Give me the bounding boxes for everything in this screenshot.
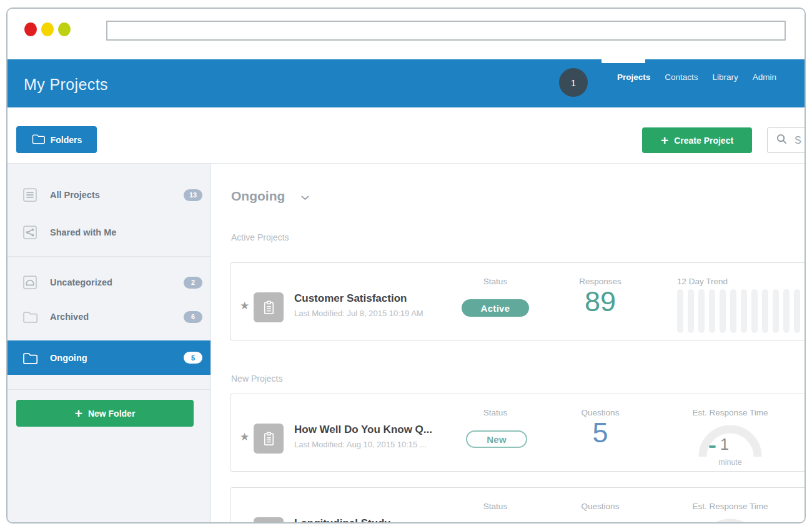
nav-admin[interactable]: Admin <box>753 72 776 82</box>
status-badge: New <box>466 430 527 448</box>
sidebar-item-shared-with-me[interactable]: Shared with Me <box>7 220 210 245</box>
count-badge: 6 <box>184 311 202 323</box>
project-last-modified: Last Modified: Jul 8, 2015 10:19 AM <box>294 309 423 318</box>
response-time-gauge <box>693 417 768 460</box>
trend-column-label: 12 Day Trend <box>677 277 728 286</box>
window-minimize-button[interactable] <box>41 22 54 36</box>
project-title[interactable]: Longitudinal Study <box>294 517 390 524</box>
response-time-column-label: Est. Response Time <box>690 408 771 417</box>
sidebar-divider <box>7 256 210 257</box>
share-icon <box>21 223 39 242</box>
count-badge: 13 <box>184 189 202 201</box>
count-badge: 5 <box>184 352 202 364</box>
sidebar-item-uncategorized[interactable]: Uncategorized 2 <box>7 270 210 295</box>
chevron-down-icon <box>301 189 309 204</box>
browser-chrome <box>7 9 805 59</box>
folder-icon <box>31 133 45 146</box>
new-folder-button[interactable]: + New Folder <box>16 400 194 427</box>
favorite-star-icon[interactable]: ★ <box>240 432 249 442</box>
questions-column-label: Questions <box>569 502 631 511</box>
search-input[interactable]: S <box>767 127 806 153</box>
active-tab-indicator <box>602 59 645 63</box>
plus-icon: + <box>75 408 82 419</box>
favorite-star-icon[interactable]: ★ <box>240 300 249 311</box>
url-bar[interactable] <box>106 21 786 41</box>
folder-icon <box>21 307 39 326</box>
sidebar-item-label: Shared with Me <box>50 227 116 237</box>
gauge-tick <box>709 445 716 448</box>
folder-filter-dropdown[interactable]: Ongoing <box>231 189 309 204</box>
plus-icon: + <box>661 135 668 146</box>
create-project-button[interactable]: + Create Project <box>642 127 752 153</box>
response-time-gauge <box>693 510 768 524</box>
survey-clipboard-icon <box>254 292 284 322</box>
project-title[interactable]: How Well Do You Know Q... <box>294 424 432 436</box>
project-card-how-well-do-you-know[interactable]: ★ How Well Do You Know Q... Last Modifie… <box>230 394 806 472</box>
questions-column-label: Questions <box>569 408 631 417</box>
status-column-label: Status <box>464 502 527 511</box>
folders-button[interactable]: Folders <box>16 126 97 153</box>
responses-column-label: Responses <box>569 277 631 286</box>
folders-button-label: Folders <box>51 135 82 145</box>
filter-heading-label: Ongoing <box>231 189 285 204</box>
drive-icon <box>21 273 39 292</box>
folder-icon <box>21 349 39 367</box>
app-header: My Projects 1 Projects Contacts Library … <box>7 59 805 107</box>
search-icon <box>776 133 788 147</box>
sidebar-item-all-projects[interactable]: All Projects 13 <box>7 182 210 207</box>
toolbar: Folders + Create Project S <box>7 107 805 164</box>
survey-clipboard-icon <box>254 424 284 454</box>
response-time-column-label: Est. Response Time <box>690 502 771 511</box>
status-column-label: Status <box>464 408 527 417</box>
main-content: Ongoing Active Projects ★ Customer Sa <box>212 164 805 522</box>
sidebar-divider <box>7 389 210 390</box>
response-time-unit: minute <box>693 458 768 467</box>
response-time-value: 1 <box>720 435 729 454</box>
count-badge: 2 <box>184 277 202 289</box>
project-title[interactable]: Customer Satisfaction <box>294 292 407 305</box>
status-badge: Active <box>462 299 529 317</box>
window-zoom-button[interactable] <box>58 22 71 36</box>
project-card-customer-satisfaction[interactable]: ★ Customer Satisfaction Last Modified: J… <box>230 262 806 340</box>
section-label-active-projects: Active Projects <box>231 232 289 242</box>
project-card-longitudinal-study[interactable]: ★ Longitudinal Study Status Questions Es… <box>230 487 806 524</box>
survey-clipboard-icon <box>254 517 284 524</box>
project-last-modified: Last Modified: Aug 10, 2015 10:15 ... <box>294 440 427 449</box>
trend-bar-chart <box>677 289 806 333</box>
nav-contacts[interactable]: Contacts <box>665 72 698 82</box>
questions-count: 5 <box>569 417 631 449</box>
list-icon <box>21 186 39 204</box>
new-folder-label: New Folder <box>88 409 135 419</box>
section-label-new-projects: New Projects <box>231 374 282 384</box>
top-nav: Projects Contacts Library Admin <box>617 72 776 82</box>
nav-projects[interactable]: Projects <box>617 72 650 82</box>
sidebar-item-ongoing[interactable]: Ongoing 5 <box>7 340 210 375</box>
sidebar-item-label: All Projects <box>50 190 100 200</box>
window-close-button[interactable] <box>24 22 37 36</box>
sidebar-item-label: Archived <box>50 312 89 322</box>
sidebar-item-label: Uncategorized <box>50 277 112 287</box>
create-project-label: Create Project <box>674 136 733 146</box>
responses-count: 89 <box>569 285 631 318</box>
annotation-step-badge: 1 <box>559 68 588 97</box>
sidebar: All Projects 13 Shared with Me <box>7 164 211 522</box>
status-column-label: Status <box>464 277 527 286</box>
page-title: My Projects <box>24 76 108 94</box>
sidebar-item-archived[interactable]: Archived 6 <box>7 304 210 329</box>
browser-window: My Projects 1 Projects Contacts Library … <box>6 7 806 524</box>
search-text: S <box>795 135 801 146</box>
sidebar-item-label: Ongoing <box>50 353 87 363</box>
nav-library[interactable]: Library <box>712 72 738 82</box>
